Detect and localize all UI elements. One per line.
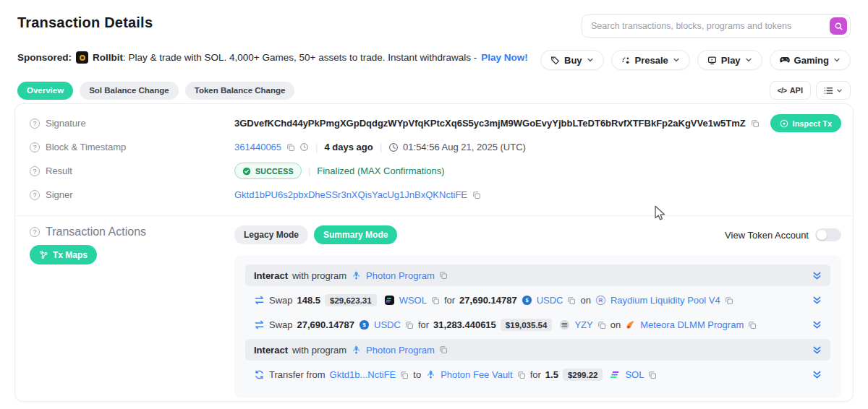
history-icon[interactable] xyxy=(299,142,309,152)
buy-label: Buy xyxy=(564,55,582,66)
chevron-down-icon xyxy=(673,56,680,64)
meteora-icon xyxy=(625,319,636,330)
sponsor-cta-link[interactable]: Play Now! xyxy=(481,52,528,63)
code-icon: </> xyxy=(778,87,787,95)
inspect-tx-button[interactable]: Inspect Tx xyxy=(770,114,841,132)
tx-maps-button[interactable]: Tx Maps xyxy=(30,245,97,264)
presale-button[interactable]: Presale xyxy=(611,50,690,70)
to-word: to xyxy=(413,369,421,380)
swap-arrows-icon xyxy=(254,319,265,330)
divider: | xyxy=(308,165,310,176)
signer-label-cell: ? Signer xyxy=(30,189,234,200)
gaming-button[interactable]: Gaming xyxy=(770,50,851,70)
question-circle-icon[interactable]: ? xyxy=(30,227,40,237)
chevron-double-down-icon[interactable] xyxy=(812,370,822,379)
transfer-verb: Transfer from xyxy=(269,369,326,380)
copy-icon[interactable] xyxy=(725,296,733,305)
swap-row-1: Swap 148.5 $29,623.31 WSOL for 27,690.14… xyxy=(245,290,830,311)
play-button[interactable]: Play xyxy=(697,50,762,70)
svg-text:R: R xyxy=(599,297,603,303)
usdc-token-link[interactable]: USDC xyxy=(537,295,563,306)
search-box xyxy=(582,14,851,38)
yzy-token-link[interactable]: YZY xyxy=(574,319,592,330)
copy-icon[interactable] xyxy=(597,321,606,330)
view-token-account-label: View Token Account xyxy=(725,230,809,241)
signer-label: Signer xyxy=(46,189,73,200)
copy-icon[interactable] xyxy=(648,371,657,379)
search-button[interactable] xyxy=(830,17,847,35)
search-input[interactable] xyxy=(582,14,851,38)
search-icon xyxy=(834,22,843,31)
copy-icon[interactable] xyxy=(405,321,414,330)
block-number-link[interactable]: 361440065 xyxy=(234,142,281,152)
copy-icon[interactable] xyxy=(400,371,409,379)
header: Transaction Details Sponsored: Rollbit: … xyxy=(0,0,868,70)
question-circle-icon[interactable]: ? xyxy=(30,142,40,152)
header-left: Transaction Details Sponsored: Rollbit: … xyxy=(17,12,528,70)
photon-program-link[interactable]: Photon Program xyxy=(366,270,435,281)
copy-icon[interactable] xyxy=(472,191,481,199)
copy-icon[interactable] xyxy=(748,321,757,330)
copy-icon[interactable] xyxy=(517,371,526,379)
meteora-program-link[interactable]: Meteora DLMM Program xyxy=(640,319,744,330)
interact-row: Interact with program Photon Program xyxy=(245,264,830,286)
nav-buttons: Buy Presale Play xyxy=(540,50,851,70)
signer-address-link[interactable]: Gktd1bPU6s2pbxDheSSr3nXQisYacUg1JnBxQKNc… xyxy=(234,189,467,200)
tab-sol-balance-change[interactable]: Sol Balance Change xyxy=(80,82,179,100)
sol-token-icon xyxy=(610,369,621,380)
question-circle-icon[interactable]: ? xyxy=(30,119,40,129)
copy-icon[interactable] xyxy=(439,271,448,280)
chevron-double-down-icon[interactable] xyxy=(812,271,822,280)
question-circle-icon[interactable]: ? xyxy=(30,166,40,176)
signature-value: 3GDvefKChd44yPkPmgXGpDqdgzWYpVfqKPtcXq6S… xyxy=(234,118,746,129)
sponsor-name: Rollbit xyxy=(93,52,123,63)
copy-icon[interactable] xyxy=(751,119,760,128)
play-label: Play xyxy=(721,55,741,66)
tab-token-balance-change[interactable]: Token Balance Change xyxy=(185,82,295,100)
usdc-token-link[interactable]: USDC xyxy=(374,319,401,330)
result-label-cell: ? Result xyxy=(30,165,234,176)
usdc-token-icon: $ xyxy=(522,295,532,306)
raydium-pool-link[interactable]: Raydium Liquidity Pool V4 xyxy=(610,295,720,306)
view-token-account-toggle[interactable] xyxy=(815,228,841,241)
network-nodes-icon xyxy=(39,250,48,259)
legacy-mode-button[interactable]: Legacy Mode xyxy=(234,225,308,244)
summary-mode-button[interactable]: Summary Mode xyxy=(314,225,397,244)
buy-button[interactable]: Buy xyxy=(540,50,604,70)
chevron-double-down-icon[interactable] xyxy=(812,320,822,330)
chevron-double-down-icon[interactable] xyxy=(812,345,822,355)
block-label-cell: ? Block & Timestamp xyxy=(30,142,234,152)
copy-icon[interactable] xyxy=(567,296,576,305)
dots-circle-icon xyxy=(621,56,631,65)
copy-icon[interactable] xyxy=(431,296,440,305)
wsol-token-link[interactable]: WSOL xyxy=(399,295,427,306)
question-circle-icon[interactable]: ? xyxy=(30,190,40,200)
circular-arrows-icon xyxy=(254,369,265,380)
copy-icon[interactable] xyxy=(439,345,448,354)
copy-icon[interactable] xyxy=(286,143,295,152)
chevron-down-icon xyxy=(745,56,752,64)
photon-program-icon xyxy=(351,345,362,356)
tag-icon xyxy=(550,56,560,65)
photon-fee-vault-link[interactable]: Photon Fee Vault xyxy=(441,369,513,380)
signature-label: Signature xyxy=(46,118,86,129)
tabs: Overview Sol Balance Change Token Balanc… xyxy=(17,82,294,100)
status-text: SUCCESS xyxy=(255,167,294,176)
on-word: on xyxy=(580,295,590,306)
interact-text: with program xyxy=(292,345,346,356)
chevron-down-icon xyxy=(836,87,843,94)
block-label: Block & Timestamp xyxy=(46,142,126,152)
list-menu-button[interactable] xyxy=(816,81,851,100)
sol-token-link[interactable]: SOL xyxy=(625,369,644,380)
modes-row: Legacy Mode Summary Mode View Token Acco… xyxy=(234,225,841,244)
tabs-row: Overview Sol Balance Change Token Balanc… xyxy=(0,81,868,100)
api-button[interactable]: </> API xyxy=(770,81,811,100)
photon-program-link[interactable]: Photon Program xyxy=(366,345,435,356)
divider: | xyxy=(380,142,382,152)
transfer-row: Transfer from Gktd1b...NctiFE to Photon … xyxy=(245,364,830,385)
chevron-double-down-icon[interactable] xyxy=(812,296,822,305)
tab-overview[interactable]: Overview xyxy=(17,82,73,100)
transfer-from-link[interactable]: Gktd1b...NctiFE xyxy=(330,369,396,380)
actions-label-cell: ? Transaction Actions xyxy=(30,225,146,238)
swap-row-2: Swap 27,690.14787 $ USDC for 31,283.4406… xyxy=(245,314,830,335)
